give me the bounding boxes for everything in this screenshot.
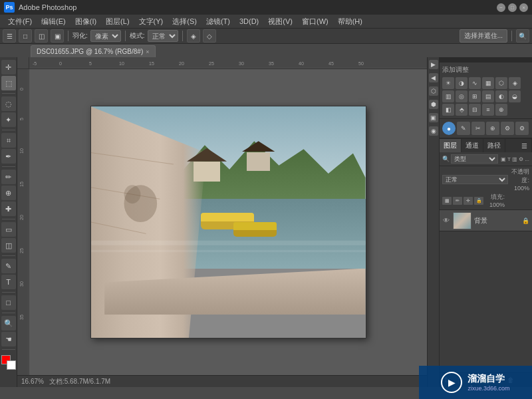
menu-file[interactable]: 文件(F) xyxy=(4,15,36,28)
eyedropper-tool[interactable]: ✒ xyxy=(1,149,16,164)
tool-r4[interactable]: ⚙ xyxy=(501,122,514,135)
mode-select[interactable]: 正常 xyxy=(148,30,178,42)
layer-visibility-icon[interactable]: 👁 xyxy=(442,217,450,225)
panel-top-strip xyxy=(440,57,532,63)
lasso-tool[interactable]: ◌ xyxy=(1,96,16,111)
refine-select[interactable]: 像素 xyxy=(90,30,121,42)
lock-brush-icon[interactable]: ✏ xyxy=(453,197,462,205)
svg-text:20: 20 xyxy=(179,61,184,66)
layers-panel: 图层 通道 路径 ☰ 🔍 类型 ▣ T ▥ ⚙ ... 正常 不透明度: 10 xyxy=(440,138,532,387)
boat-2 xyxy=(233,222,287,237)
adj-brightness[interactable]: ☀ xyxy=(442,77,454,89)
text-tool[interactable]: T xyxy=(1,275,16,289)
pen-tool[interactable]: ✎ xyxy=(1,259,16,273)
background-color[interactable] xyxy=(7,360,16,370)
hand-tool[interactable]: ☚ xyxy=(1,332,16,346)
blend-mode-select[interactable]: 正常 xyxy=(442,175,508,184)
tool-options-3[interactable]: ◫ xyxy=(35,29,48,43)
shape-tool[interactable]: □ xyxy=(1,295,16,310)
lock-move-icon[interactable]: ✛ xyxy=(464,197,473,205)
tab-options[interactable]: ☰ xyxy=(517,139,532,152)
panel-btn-4[interactable]: ⬢ xyxy=(429,100,438,109)
document-canvas[interactable] xyxy=(29,69,427,375)
tool-r5[interactable]: ⚙ xyxy=(515,122,529,135)
tool-r3[interactable]: ⊕ xyxy=(486,122,499,135)
close-button[interactable]: × xyxy=(519,3,528,12)
tool-r2[interactable]: ✂ xyxy=(471,122,485,135)
lock-transparent-icon[interactable]: ▦ xyxy=(442,197,452,205)
doc-tab-close[interactable]: × xyxy=(146,49,149,55)
adj-black-white[interactable]: ◧ xyxy=(442,104,454,116)
adj-hue[interactable]: ⬡ xyxy=(495,77,507,89)
menu-edit[interactable]: 编辑(E) xyxy=(37,15,70,28)
adj-channel[interactable]: ◎ xyxy=(456,90,467,102)
select-mask-button[interactable]: 选择并遮住... xyxy=(460,29,507,43)
eraser-tool[interactable]: ▭ xyxy=(1,222,16,237)
layer-thumb-content xyxy=(454,213,471,229)
stamp-tool[interactable]: ⊕ xyxy=(1,186,16,200)
adj-vibrance[interactable]: ◒ xyxy=(509,90,521,102)
app-title: Adobe Photoshop xyxy=(19,3,76,11)
panel-btn-6[interactable]: ◉ xyxy=(429,126,438,136)
doc-tab[interactable]: DSC01655.JPG @ 16.7% (RGB/8#) × xyxy=(31,45,156,57)
layer-filter-select[interactable]: 类型 xyxy=(451,154,498,164)
layer-item-background[interactable]: 👁 背景 🔒 xyxy=(440,210,532,231)
pavilion-roof xyxy=(187,148,227,162)
adj-contrast[interactable]: ◑ xyxy=(456,77,467,89)
adj-invert[interactable]: ⊕ xyxy=(495,104,507,116)
minimize-button[interactable]: − xyxy=(497,3,505,12)
panel-btn-3[interactable]: ⬡ xyxy=(429,86,438,96)
active-tool-indicator[interactable]: ● xyxy=(442,122,456,135)
menu-view[interactable]: 视图(V) xyxy=(264,15,297,28)
menu-help[interactable]: 帮助(H) xyxy=(334,15,366,28)
search-button[interactable]: 🔍 xyxy=(516,29,529,43)
heal-tool[interactable]: ✚ xyxy=(1,201,16,216)
title-bar-controls[interactable]: − □ × xyxy=(497,3,528,12)
lock-all-icon[interactable]: 🔒 xyxy=(474,197,483,205)
menu-image[interactable]: 图像(I) xyxy=(71,15,100,28)
tab-layers[interactable]: 图层 xyxy=(440,139,462,152)
gradient-tool[interactable]: ◫ xyxy=(1,238,16,253)
adj-selective[interactable]: ⬘ xyxy=(456,104,467,116)
svg-text:15: 15 xyxy=(19,182,24,187)
menu-filter[interactable]: 滤镜(T) xyxy=(202,15,234,28)
panel-btn-1[interactable]: ▶ xyxy=(429,60,438,69)
adj-threshold[interactable]: ⊟ xyxy=(469,104,481,116)
brush-tool[interactable]: ✏ xyxy=(1,170,16,184)
menu-window[interactable]: 窗口(W) xyxy=(298,15,332,28)
adj-posterize[interactable]: ≡ xyxy=(482,104,494,116)
tool-r1[interactable]: ✎ xyxy=(457,122,470,135)
crop-tool[interactable]: ⌗ xyxy=(1,133,16,148)
panel-btn-5[interactable]: ▣ xyxy=(429,113,438,122)
zoom-tool[interactable]: 🔍 xyxy=(1,316,16,331)
menu-text[interactable]: 文字(Y) xyxy=(135,15,168,28)
svg-text:5: 5 xyxy=(19,118,24,120)
adj-levels[interactable]: ▦ xyxy=(482,77,494,89)
move-tool[interactable]: ✛ xyxy=(1,60,16,74)
adj-gradient-map[interactable]: ▤ xyxy=(482,90,494,102)
adj-saturation[interactable]: ◈ xyxy=(509,77,521,89)
maximize-button[interactable]: □ xyxy=(508,3,517,12)
adj-photo-filter[interactable]: ▥ xyxy=(442,90,454,102)
adj-curves[interactable]: ∿ xyxy=(469,77,481,89)
adj-exposure[interactable]: ◐ xyxy=(495,90,507,102)
tool-opt-a[interactable]: ◈ xyxy=(187,29,200,43)
menu-layer[interactable]: 图层(L) xyxy=(102,15,133,28)
tool-options-1[interactable]: ☰ xyxy=(3,29,16,43)
select-tool[interactable]: ⬚ xyxy=(1,76,16,90)
svg-text:10: 10 xyxy=(19,148,24,154)
svg-text:-5: -5 xyxy=(33,61,37,66)
tab-paths[interactable]: 路径 xyxy=(483,139,505,152)
svg-text:30: 30 xyxy=(19,281,24,287)
color-selector[interactable] xyxy=(1,355,16,370)
menu-select[interactable]: 选择(S) xyxy=(168,15,201,28)
adj-color-bal[interactable]: ⊞ xyxy=(469,90,481,102)
svg-text:40: 40 xyxy=(299,61,304,66)
panel-btn-2[interactable]: ◀ xyxy=(429,73,438,82)
tool-options-4[interactable]: ▣ xyxy=(51,29,64,43)
magic-wand-tool[interactable]: ✦ xyxy=(1,112,16,127)
tool-options-2[interactable]: □ xyxy=(19,29,32,43)
menu-3d[interactable]: 3D(D) xyxy=(235,16,263,27)
tool-opt-b[interactable]: ◇ xyxy=(203,29,216,43)
tab-channels[interactable]: 通道 xyxy=(462,139,483,152)
